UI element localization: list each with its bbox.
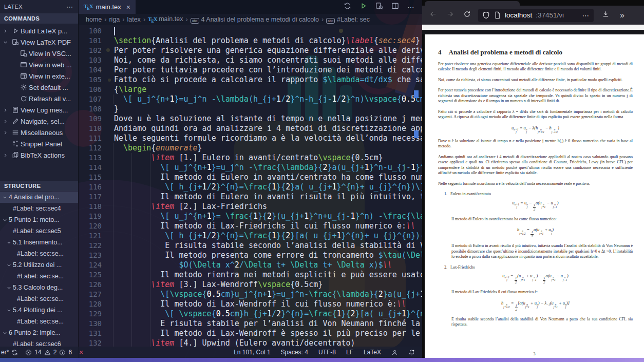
code-line-111[interactable]: 111Nelle seguenti formule ricordiamo a è… bbox=[79, 134, 422, 143]
code-line-107[interactable]: 107 \[ u_j^{n+1}=u_j^n -\lambda(h_{j+1/2… bbox=[79, 94, 422, 104]
sidebar-command-view-in-exte[interactable]: View in exte... bbox=[0, 70, 78, 82]
commands-section-header[interactable]: COMMANDS bbox=[0, 13, 78, 24]
structure-item-4-analisi-del-pro[interactable]: 4 Analisi del pro... bbox=[0, 192, 79, 203]
browser-tab[interactable] bbox=[425, 1, 520, 6]
chevron-right-icon[interactable] bbox=[1, 153, 10, 158]
sidebar-command-bibtex-actions[interactable]: BibTeX actions bbox=[0, 149, 78, 161]
code-line-120[interactable]: 120 Il metodo di Lax-Friedrichs il cui f… bbox=[79, 221, 422, 231]
breadcrumb-item-4-analisi-del-problema-e-metodi-di-calcolo[interactable]: abc4 Analisi del problema e metodi di ca… bbox=[191, 16, 319, 24]
chevron-right-icon[interactable] bbox=[1, 107, 10, 113]
sidebar-command-set-default[interactable]: Set default ... bbox=[0, 82, 78, 93]
code-line-110[interactable]: 110Andiamo quindi ora ad analizzare i 4 … bbox=[79, 124, 422, 134]
code-line-118[interactable]: 118 \item [2.] Lax-Friedrichs bbox=[79, 202, 422, 212]
structure-item-5-punto-1-meto[interactable]: 5 Punto 1: meto... bbox=[0, 214, 79, 225]
chevron-right-icon[interactable] bbox=[1, 130, 10, 136]
code-line-117[interactable]: 117 Il metodo di Eulero in avanti risult… bbox=[79, 192, 422, 202]
code-line-108[interactable]: 108} bbox=[79, 104, 422, 114]
sidebar-command-view-in-web[interactable]: View in web ... bbox=[0, 59, 78, 70]
code-line-127[interactable]: 127 \[\vspace{0.5cm}u_j^{n+1}=u_j^n-\fra… bbox=[79, 290, 422, 299]
code-line-101[interactable]: 101\section{Analisi del problema e metod… bbox=[79, 36, 422, 46]
breadcrumb-item-home[interactable]: home bbox=[86, 16, 102, 23]
structure-item-label-sec-se[interactable]: #Label: sec:se... bbox=[0, 271, 79, 282]
structure-item-label-sec-se[interactable]: #Label: sec:se... bbox=[0, 316, 79, 327]
indentation-setting[interactable]: Spaces: 4 bbox=[281, 349, 308, 356]
chevron-down-icon[interactable] bbox=[1, 217, 9, 223]
code-line-106[interactable]: 106{\large bbox=[79, 85, 422, 94]
page-info-icon[interactable] bbox=[494, 11, 501, 19]
sidebar-command-build-latex-p[interactable]: Build LaTeX p... bbox=[0, 25, 78, 36]
code-line-131[interactable]: 131 Il metodo di Lax-Wendroff è spesso i… bbox=[79, 329, 422, 338]
code-line-115[interactable]: 115 Il metodo di Eulero in avanti/centra… bbox=[79, 173, 422, 182]
structure-item-5-2-utilizzo-dei[interactable]: 5.2 Utilizzo dei ... bbox=[0, 259, 79, 271]
shield-icon[interactable] bbox=[482, 11, 490, 19]
code-line-113[interactable]: 113 \item [1.] Eulero in avanti/centrato… bbox=[79, 153, 422, 163]
encoding-setting[interactable]: UTF-8 bbox=[318, 349, 336, 356]
code-line-122[interactable]: 122 E risulta stabile secondo l’analisi … bbox=[79, 241, 422, 251]
tab-close-icon[interactable]: × bbox=[126, 3, 130, 11]
code-line-129[interactable]: 129 \[ \vspace{0.5cm}h_{j+1/2}^{n}=\frac… bbox=[79, 309, 422, 319]
chevron-down-icon[interactable] bbox=[1, 330, 9, 336]
back-icon[interactable] bbox=[429, 10, 437, 20]
structure-item-label-sec-sec5[interactable]: #Label: sec:sec5 bbox=[0, 225, 79, 237]
structure-item-5-3-calcolo-deg[interactable]: 5.3 Calcolo deg... bbox=[0, 282, 79, 293]
tab-main-tex[interactable]: TEX main.tex × bbox=[79, 0, 136, 14]
code-line-100[interactable]: 100 bbox=[79, 26, 422, 36]
sidebar-command-view-in-vsc[interactable]: View in VSC... bbox=[0, 48, 78, 59]
url-more-icon[interactable]: ⋯ bbox=[582, 11, 590, 20]
sidebar-command-refresh-all-v[interactable]: Refresh all v... bbox=[0, 93, 78, 104]
code-line-125[interactable]: 125 Il metodo rientra nei metodi esplici… bbox=[79, 270, 422, 280]
sync-recipe-icon[interactable] bbox=[344, 2, 351, 12]
breadcrumb-item-main-tex[interactable]: TEX main.tex bbox=[148, 15, 183, 24]
code-line-123[interactable]: 123 Il metodo presenta come errore di tr… bbox=[79, 251, 422, 260]
structure-item-label-sec-se[interactable]: #Label: sec:se... bbox=[0, 293, 79, 304]
download-icon[interactable] bbox=[602, 10, 610, 20]
sidebar-command-snippet-panel[interactable]: Snippet Panel bbox=[0, 138, 78, 149]
code-line-102[interactable]: 102Per poter risolvere una generica equa… bbox=[79, 46, 422, 55]
language-mode[interactable]: LaTeX bbox=[364, 349, 381, 356]
code-line-114[interactable]: 114 \[ u_j^{n+1}=u_j^n -\frac{\lambda}{2… bbox=[79, 163, 422, 173]
chevron-down-icon[interactable] bbox=[1, 195, 9, 200]
sidebar-command-view-latex-pdf[interactable]: View LaTeX PDF bbox=[0, 36, 78, 48]
structure-item-5-4-plotting-dei[interactable]: 5.4 Plotting dei ... bbox=[0, 304, 79, 316]
code-line-112[interactable]: 112 \begin{enumerate} bbox=[79, 143, 422, 153]
code-line-119[interactable]: 119 \[ u_j^{n+1}= \frac{1}{2}(u_{j+1}^n+… bbox=[79, 212, 422, 221]
chevron-down-icon[interactable] bbox=[5, 285, 13, 291]
chevron-down-icon[interactable] bbox=[5, 240, 13, 245]
code-line-109[interactable]: 109Dove u è la soluzione al istante di t… bbox=[79, 114, 422, 124]
code-line-103[interactable]: 103Noi, come da richiesta, ci siamo conc… bbox=[79, 55, 422, 65]
code-line-130[interactable]: 130 E risulta stabile per l’analisi di V… bbox=[79, 319, 422, 329]
breadcrumb-item-latex[interactable]: latex bbox=[127, 16, 140, 23]
code-line-128[interactable]: 128 Il metodo di Lax-Wendroff il cui flu… bbox=[79, 299, 422, 309]
structure-item-5-1-inserimento[interactable]: 5.1 Inserimento... bbox=[0, 237, 79, 248]
breadcrumb-item-riga[interactable]: riga bbox=[109, 16, 120, 23]
code-line-116[interactable]: 116 \[ h_{j+1/2}^{n}=\frac{1}{2}a( u_{j+… bbox=[79, 182, 422, 192]
toolbar-overflow-icon[interactable]: » bbox=[620, 11, 624, 20]
split-editor-icon[interactable] bbox=[391, 2, 399, 12]
breadcrumb-item-label-sec[interactable]: abc#Label: sec bbox=[326, 16, 370, 24]
chevron-down-icon[interactable] bbox=[5, 262, 13, 268]
structure-item-label-sec-sec4[interactable]: #Label: sec:sec4 bbox=[0, 203, 79, 214]
code-area[interactable]: 100101\section{Analisi del problema e me… bbox=[79, 25, 422, 358]
cursor-position[interactable]: Ln 101, Col 1 bbox=[234, 349, 270, 356]
view-pdf-icon[interactable] bbox=[375, 2, 383, 12]
eol-setting[interactable]: LF bbox=[346, 349, 353, 356]
sidebar-command-view-log-mes[interactable]: View Log mes... bbox=[0, 104, 78, 116]
reload-icon[interactable] bbox=[463, 10, 471, 20]
code-line-126[interactable]: 126 \item [3.] Lax-Wendroff\vspace{0.5cm… bbox=[79, 280, 422, 290]
code-line-121[interactable]: 121 \[ h_{j+1/2}^{n}=\frac{1}{2}[a( u_{j… bbox=[79, 231, 422, 241]
sidebar-command-miscellaneous[interactable]: Miscellaneous bbox=[0, 127, 78, 138]
url-bar[interactable]: localhost:37451/vi ⋯ bbox=[478, 9, 594, 22]
pdf-page[interactable]: 4Analisi del problema e metodi di calcol… bbox=[425, 34, 644, 358]
structure-item-6-punto-2-imple[interactable]: 6 Punto 2: imple... bbox=[0, 327, 79, 338]
sidebar-command-navigate-sel[interactable]: Navigate, sel... bbox=[0, 116, 78, 127]
problems-indicator[interactable]: 14 2 6 bbox=[25, 349, 72, 356]
feedback-icon[interactable] bbox=[391, 349, 398, 356]
structure-item-label-sec-se[interactable]: #Label: sec:se... bbox=[0, 248, 79, 259]
code-line-124[interactable]: 124 $O(\Delta x^2/\Delta t+ \Delta t+ \D… bbox=[79, 260, 422, 270]
chevron-right-icon[interactable] bbox=[1, 119, 10, 124]
code-line-105[interactable]: 105Fatto ciò si procede a calcolare il r… bbox=[79, 75, 422, 85]
chevron-right-icon[interactable] bbox=[1, 28, 10, 34]
close-indicator[interactable]: × bbox=[79, 348, 83, 356]
chevron-down-icon[interactable] bbox=[1, 40, 10, 45]
structure-section-header[interactable]: STRUCTURE bbox=[0, 181, 79, 191]
